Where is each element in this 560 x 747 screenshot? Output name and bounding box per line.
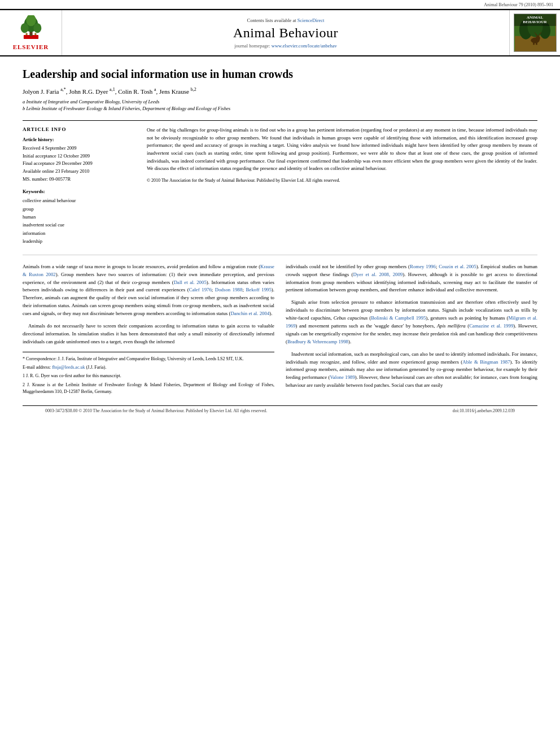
ref-danchin[interactable]: Danchin et al. 2004 (230, 311, 269, 316)
keyword-5: information (23, 229, 135, 237)
abstract-section: One of the big challenges for group-livi… (147, 126, 537, 246)
journal-center: Contents lists available at ScienceDirec… (62, 10, 509, 55)
keyword-6: leadership (23, 237, 135, 245)
body-paragraph-4: Signals arise from selection pressure to… (286, 299, 537, 346)
affiliation-a: a Institute of Integrative and Comparati… (23, 98, 537, 106)
sciencedirect-link[interactable]: ScienceDirect (298, 18, 325, 23)
received-date: Received 4 September 2009 (23, 145, 135, 152)
article-info-label: ARTICLE INFO (23, 126, 135, 132)
journal-header: ELSEVIER Contents lists available at Sci… (0, 9, 560, 56)
ref-bekoff[interactable]: Bekoff 1995 (246, 287, 271, 292)
body-column-left: Animals from a wide range of taxa move i… (23, 263, 274, 397)
affiliations: a Institute of Integrative and Comparati… (23, 98, 537, 113)
keywords-label: Keywords: (23, 189, 135, 194)
animal-behaviour-logo: ANIMALBEHAVIOUR (514, 14, 557, 52)
journal-logo-box: ANIMALBEHAVIOUR (509, 10, 560, 55)
available-online-date: Available online 23 February 2010 (23, 168, 135, 176)
keyword-3: human (23, 213, 135, 221)
keyword-2: group (23, 205, 135, 213)
body-paragraph-1: Animals from a wide range of taxa move i… (23, 263, 274, 318)
final-acceptance-date: Final acceptance 29 December 2009 (23, 160, 135, 168)
bottom-doi: doi:10.1016/j.anbehav.2009.12.039 (453, 408, 515, 413)
affiliation-b: b Leibniz Institute of Freshwater Ecolog… (23, 105, 537, 112)
article-title: Leadership and social information use in… (23, 67, 537, 81)
elsevier-logo-box: ELSEVIER (0, 10, 62, 55)
svg-rect-14 (533, 41, 535, 45)
body-column-right: individuals could not be identified by o… (286, 263, 537, 397)
svg-point-16 (535, 36, 540, 41)
journal-citation: Animal Behaviour 79 (2010) 895–901 (0, 0, 560, 9)
history-label: Article history: (23, 137, 135, 142)
ref-calef[interactable]: Calef 1976 (189, 287, 212, 292)
ref-couzin[interactable]: Couzin et al. 2005 (439, 264, 476, 269)
ref-able[interactable]: Able & Bingman 1987 (462, 359, 510, 365)
initial-acceptance-date: Initial acceptance 12 October 2009 (23, 152, 135, 160)
keyword-1: collective animal behaviour (23, 196, 135, 204)
svg-point-7 (34, 33, 36, 34)
email-link[interactable]: fhsja@leeds.ac.uk (52, 365, 85, 370)
elsevier-label: ELSEVIER (13, 43, 49, 50)
svg-point-6 (25, 33, 27, 34)
ref-dall[interactable]: Dall et al. 2005 (174, 279, 207, 285)
elsevier-tree-icon (11, 15, 51, 42)
body-paragraph-2: Animals do not necessarily have to scree… (23, 322, 274, 346)
svg-point-3 (20, 23, 28, 33)
footnote-section: * Correspondence: J. J. Faria, Institute… (23, 352, 274, 396)
journal-url: journal homepage: www.elsevier.com/locat… (234, 43, 337, 49)
article-info-panel: ARTICLE INFO Article history: Received 4… (23, 126, 135, 246)
bottom-copyright: 0003-3472/$38.00 © 2010 The Association … (45, 408, 267, 413)
authors-line: Jolyon J. Faria a,*, John R.G. Dyer a,1,… (23, 87, 537, 95)
body-paragraph-3: individuals could not be identified by o… (286, 263, 537, 295)
ref-romey[interactable]: Romey 1996 (410, 264, 436, 269)
svg-rect-15 (535, 41, 537, 45)
body-columns: Animals from a wide range of taxa move i… (23, 255, 537, 397)
footnote-3: 1 J. R. G. Dyer was co-first author for … (23, 373, 274, 379)
ref-dyer[interactable]: Dyer et al. 2008, 2009 (353, 272, 403, 277)
svg-point-4 (33, 23, 41, 33)
ref-bradbury[interactable]: Bradbury & Vehrencamp 1998 (287, 339, 348, 344)
main-content: Leadership and social information use in… (0, 56, 560, 426)
keyword-4: inadvertent social cue (23, 221, 135, 229)
ref-valone[interactable]: Valone 1989 (330, 374, 355, 380)
abstract-text: One of the big challenges for group-livi… (147, 126, 537, 173)
ref-camazine[interactable]: Camazine et al. 1999 (469, 323, 513, 329)
footnote-1: * Correspondence: J. J. Faria, Institute… (23, 356, 274, 362)
contents-line: Contents lists available at ScienceDirec… (247, 18, 325, 23)
ms-number: MS. number: 09-00577R (23, 176, 135, 184)
body-paragraph-5: Inadvertent social information, such as … (286, 351, 537, 390)
footnote-2: E-mail address: fhsja@leeds.ac.uk (J.J. … (23, 364, 274, 371)
footnote-4: 2 J. Krause is at the Leibniz Institute … (23, 382, 274, 396)
ref-dodson[interactable]: Dodson 1988 (215, 287, 243, 292)
journal-homepage-link[interactable]: www.elsevier.com/locate/anbehav (272, 43, 337, 49)
bottom-bar: 0003-3472/$38.00 © 2010 The Association … (23, 405, 537, 416)
article-info-row: ARTICLE INFO Article history: Received 4… (23, 120, 537, 246)
copyright-line: © 2010 The Association for the Study of … (147, 177, 537, 184)
journal-title: Animal Behaviour (233, 25, 338, 41)
ref-krause-ruxton[interactable]: Krause & Ruxton 2002 (23, 264, 274, 277)
ref-bolinski[interactable]: Bolinski & Campbell 1995 (371, 315, 426, 321)
